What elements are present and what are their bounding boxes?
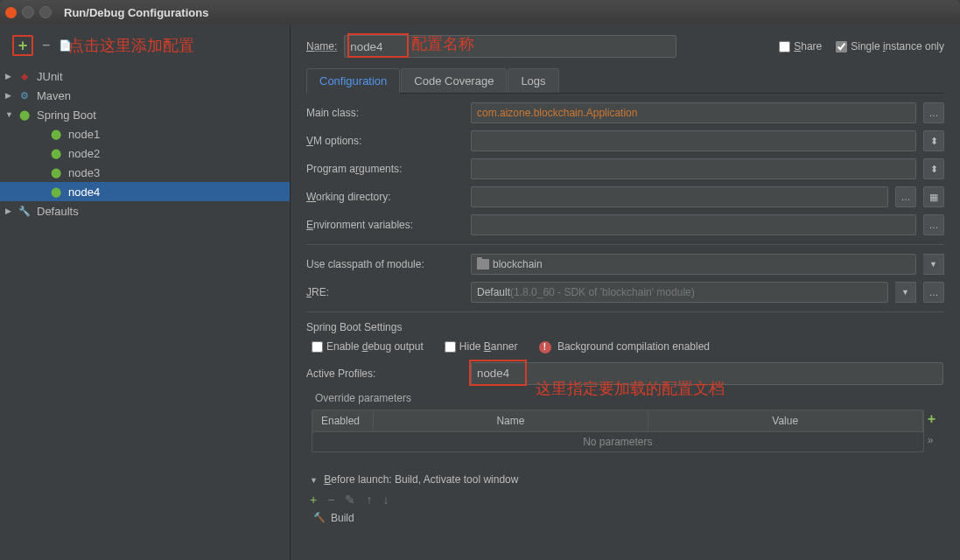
macros-button[interactable]: ▦	[923, 186, 944, 207]
window-title: Run/Debug Configurations	[64, 6, 208, 19]
more-params-button[interactable]: »	[924, 432, 939, 448]
program-args-input[interactable]	[471, 158, 916, 179]
th-value: Value	[648, 410, 923, 431]
single-instance-checkbox[interactable]: Single instance only	[836, 40, 944, 52]
override-table-header: Enabled Name Value	[312, 410, 924, 432]
dropdown-arrow-icon[interactable]: ▼	[895, 282, 916, 303]
tree-item-node2[interactable]: ⬤ node2	[0, 144, 290, 163]
edit-env-button[interactable]: …	[923, 214, 944, 235]
junit-icon: ◆	[18, 69, 32, 83]
close-window-icon[interactable]	[5, 7, 17, 18]
divider	[306, 244, 944, 245]
remove-config-button[interactable]: −	[42, 38, 50, 53]
spring-icon: ⬤	[49, 127, 63, 141]
hammer-icon: 🔨	[313, 512, 326, 523]
tree-label-maven: Maven	[37, 89, 71, 102]
tree-item-defaults[interactable]: ▶ 🔧 Defaults	[0, 201, 290, 220]
config-tree: ▶ ◆ JUnit ▶ ⚙ Maven ▼ ⬤ Spring Boot ⬤ no…	[0, 65, 290, 220]
maven-icon: ⚙	[18, 88, 32, 102]
move-up-button[interactable]: ↑	[366, 493, 372, 507]
expand-args-button[interactable]: ⬍	[923, 158, 944, 179]
share-checkbox[interactable]: Share	[779, 40, 822, 52]
override-params-section: Override parameters Enabled Name Value N…	[312, 392, 939, 452]
tab-code-coverage[interactable]: Code Coverage	[401, 68, 507, 93]
hide-banner-checkbox[interactable]: Hide Banner	[445, 340, 518, 353]
expand-arrow-icon[interactable]: ▶	[5, 91, 18, 100]
browse-jre-button[interactable]: …	[923, 282, 944, 303]
config-name-input[interactable]	[344, 35, 676, 58]
tree-label-spring: Spring Boot	[37, 108, 96, 122]
minimize-window-icon[interactable]	[22, 6, 34, 18]
expand-arrow-icon[interactable]: ▶	[5, 72, 18, 80]
browse-main-class-button[interactable]: …	[923, 102, 944, 123]
tab-configuration[interactable]: Configuration	[306, 68, 400, 94]
spring-icon: ⬤	[49, 165, 63, 179]
name-label: Name:	[306, 40, 337, 52]
override-table-body: No parameters	[312, 432, 924, 452]
expand-vm-options-button[interactable]: ⬍	[923, 130, 944, 151]
debug-output-checkbox[interactable]: Enable debug output	[312, 340, 424, 353]
collapse-arrow-icon[interactable]: ▼	[5, 110, 18, 119]
jre-label: JRE:	[306, 286, 464, 298]
folder-icon	[477, 259, 489, 270]
spring-icon: ⬤	[49, 185, 63, 199]
env-vars-input[interactable]	[471, 214, 916, 235]
move-down-button[interactable]: ↓	[382, 493, 389, 507]
divider	[306, 312, 944, 312]
tab-logs[interactable]: Logs	[508, 68, 558, 93]
bg-compile-status: ! Background compilation enabled	[539, 340, 710, 354]
working-dir-input[interactable]	[471, 186, 888, 207]
tree-item-node3[interactable]: ⬤ node3	[0, 163, 290, 182]
tree-item-node1[interactable]: ⬤ node1	[0, 124, 290, 144]
collapse-arrow-icon[interactable]: ▼	[310, 476, 318, 485]
wrench-icon: 🔧	[18, 204, 32, 218]
tree-item-junit[interactable]: ▶ ◆ JUnit	[0, 66, 290, 86]
tree-item-node4[interactable]: ⬤ node4	[0, 182, 290, 201]
main-class-label: Main class:	[306, 107, 464, 119]
before-launch-toolbar: + − ✎ ↑ ↓	[306, 493, 944, 507]
active-profiles-input[interactable]	[471, 362, 943, 385]
override-title: Override parameters	[312, 392, 939, 404]
dropdown-arrow-icon[interactable]: ▼	[923, 254, 944, 275]
spring-settings-title: Spring Boot Settings	[306, 321, 944, 333]
maximize-window-icon[interactable]	[39, 6, 52, 18]
th-name: Name	[374, 410, 648, 431]
tree-label-junit: JUnit	[37, 70, 63, 83]
copy-config-icon[interactable]: 📄	[59, 39, 72, 52]
env-vars-label: Environment variables:	[306, 219, 464, 231]
program-args-label: Program arguments:	[306, 163, 464, 175]
browse-dir-button[interactable]: …	[895, 186, 916, 207]
spring-icon: ⬤	[49, 146, 63, 160]
tree-item-maven[interactable]: ▶ ⚙ Maven	[0, 86, 290, 105]
classpath-label: Use classpath of module:	[306, 258, 464, 270]
edit-task-button[interactable]: ✎	[345, 493, 355, 507]
window-titlebar: Run/Debug Configurations	[0, 0, 960, 24]
expand-arrow-icon[interactable]: ▶	[5, 206, 18, 215]
tabs-bar: Configuration Code Coverage Logs	[306, 68, 944, 94]
th-enabled: Enabled	[312, 410, 374, 431]
before-launch-section[interactable]: ▼ Before launch: Build, Activate tool wi…	[306, 473, 944, 486]
main-class-input[interactable]	[471, 102, 916, 123]
vm-options-label: VM options:	[306, 135, 464, 147]
working-dir-label: Working directory:	[306, 191, 464, 203]
add-task-button[interactable]: +	[310, 493, 317, 507]
config-tree-pane: + − 📄 ▶ ◆ JUnit ▶ ⚙ Maven ▼ ⬤ Spring Boo…	[0, 24, 291, 560]
jre-select[interactable]: Default (1.8.0_60 - SDK of 'blockchain' …	[471, 282, 888, 303]
add-config-button[interactable]: +	[12, 35, 33, 56]
warning-icon: !	[539, 341, 551, 354]
remove-task-button[interactable]: −	[327, 493, 334, 507]
spring-icon: ⬤	[18, 108, 32, 122]
tree-item-spring-boot[interactable]: ▼ ⬤ Spring Boot	[0, 105, 290, 124]
config-form-pane: Name: Share Single instance only Configu…	[291, 24, 960, 560]
vm-options-input[interactable]	[471, 130, 916, 151]
active-profiles-label: Active Profiles:	[306, 368, 464, 380]
build-task-item[interactable]: 🔨 Build	[306, 512, 944, 524]
add-param-button[interactable]: +	[924, 410, 939, 429]
classpath-select[interactable]: blockchain	[471, 254, 916, 275]
